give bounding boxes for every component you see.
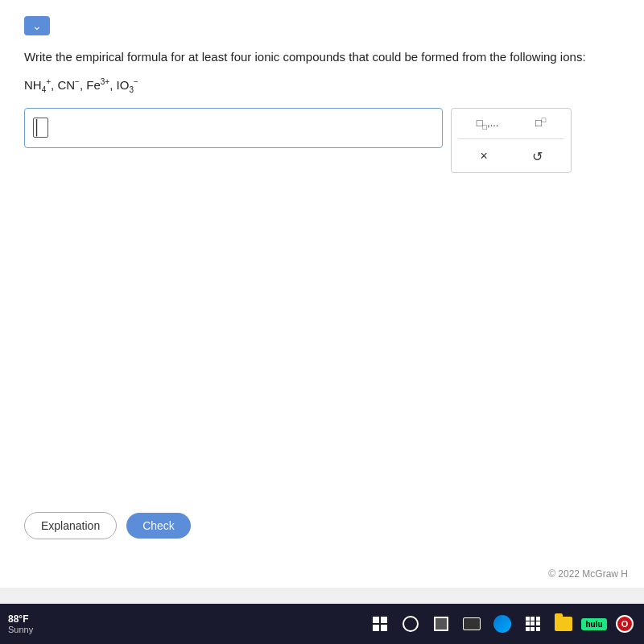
clear-button[interactable]: × [475,147,492,165]
explanation-button[interactable]: Explanation [24,512,117,539]
superscript-icon: □□ [535,117,546,129]
opera-taskbar-icon[interactable]: O [613,613,636,635]
symbol-row-2: × ↺ [458,147,564,166]
answer-input[interactable] [52,121,434,134]
ion-nh4: NH4+, [24,78,57,92]
subscript-icon: □□,... [477,117,499,129]
cursor-icon: ▏ [33,118,48,138]
bottom-actions: Explanation Check [24,512,191,539]
search-circle [402,616,419,632]
dropdown-button[interactable]: ⌄ [24,16,50,35]
edge-taskbar-icon[interactable] [491,613,514,635]
windows-start-icon[interactable] [369,613,391,635]
answer-input-container: ▏ [24,108,443,148]
camera-taskbar-icon[interactable] [460,613,483,635]
symbol-row-1: □□,... □□ [458,115,564,130]
ion-cn: CN−, [57,78,86,92]
taskbar: 88°F Sunny [0,604,644,644]
copyright: © 2022 McGraw H [548,568,628,580]
subscript-button[interactable]: □□,... [472,115,504,130]
clear-icon: × [480,149,487,163]
hulu-taskbar-icon[interactable]: hulu [583,613,605,635]
ion-fe3: Fe3+, [86,78,116,92]
main-content: ⌄ Write the empirical formula for at lea… [0,0,644,588]
undo-button[interactable]: ↺ [527,147,547,166]
file-taskbar-icon[interactable] [430,613,452,635]
weather-condition: Sunny [8,625,33,634]
taskbar-icons: hulu O [369,613,636,635]
input-row: ▏ □□,... □□ × [24,108,620,173]
folder-shape [555,617,572,631]
grid-logo [526,617,540,631]
weather-temp: 88°F [8,613,33,625]
grid-taskbar-icon[interactable] [522,613,544,635]
search-taskbar-icon[interactable] [399,613,422,635]
undo-icon: ↺ [532,149,543,164]
ion-io3: IO3− [117,78,138,92]
question-text: Write the empirical formula for at least… [24,48,620,67]
hulu-badge: hulu [581,618,606,630]
panel-divider [458,138,564,139]
camera-shape [463,617,481,630]
top-bar: ⌄ [24,16,620,35]
windows-logo [373,617,387,631]
weather-info: 88°F Sunny [8,613,33,634]
symbol-panel: □□,... □□ × ↺ [451,108,572,173]
edge-logo [493,615,511,633]
folder-taskbar-icon[interactable] [552,613,575,635]
opera-logo: O [616,615,634,633]
superscript-button[interactable]: □□ [530,115,551,130]
dropdown-icon: ⌄ [32,19,42,32]
empty-area [24,189,620,415]
check-button[interactable]: Check [126,513,191,539]
ions-line: NH4+, CN−, Fe3+, IO3− [24,78,620,92]
file-square [434,617,448,631]
